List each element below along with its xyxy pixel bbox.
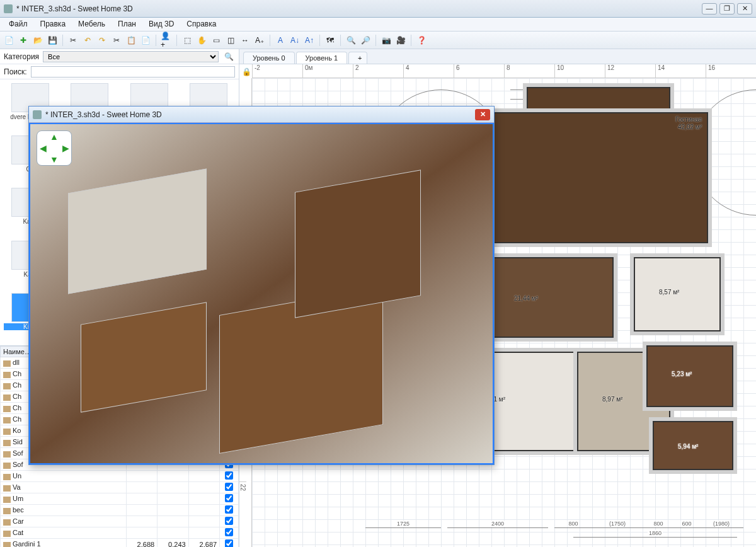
menu-furniture[interactable]: Мебель <box>72 18 112 31</box>
table-row[interactable]: Car <box>1 516 239 527</box>
menu-help[interactable]: Справка <box>180 18 222 31</box>
separator <box>319 35 320 46</box>
visibility-checkbox[interactable] <box>225 483 233 491</box>
dimension-line: (1750) <box>592 527 643 528</box>
menu-file[interactable]: Файл <box>3 18 34 31</box>
pan-icon[interactable]: ✋ <box>195 34 208 47</box>
cut2-icon[interactable]: ✂ <box>110 34 123 47</box>
window-3d-titlebar[interactable]: * INTER_3.sh3d - Sweet Home 3D ✕ <box>29 107 494 123</box>
ruler-horizontal: -20м 24 68 1012 1416 <box>252 64 756 78</box>
new-icon[interactable]: 📄 <box>3 34 15 47</box>
separator <box>62 35 63 46</box>
level-tab-1[interactable]: Уровень 1 <box>296 52 348 64</box>
table-row[interactable]: Un <box>1 471 239 482</box>
titlebar: * INTER_3.sh3d - Sweet Home 3D — ❐ ✕ <box>0 0 756 18</box>
map-icon[interactable]: 🗺 <box>324 34 336 47</box>
dimension-line: 600 <box>674 527 699 528</box>
minimize-button[interactable]: — <box>702 3 717 14</box>
separator <box>375 35 376 46</box>
lock-icon[interactable]: 🔒 <box>242 67 251 76</box>
font-down-icon[interactable]: A↓ <box>289 34 301 47</box>
close-button[interactable]: ✕ <box>737 3 752 14</box>
window-3d-close-button[interactable]: ✕ <box>475 109 490 120</box>
window-3d-view[interactable]: * INTER_3.sh3d - Sweet Home 3D ✕ ▲ ◀▶ ▼ <box>28 106 495 465</box>
room-3[interactable]: 8,57 м² <box>630 253 724 335</box>
zoom-out-icon[interactable]: 🔍 <box>345 34 357 47</box>
window-title: * INTER_3.sh3d - Sweet Home 3D <box>16 4 699 13</box>
room-icon[interactable]: ◫ <box>224 34 237 47</box>
room-7[interactable]: 5,94 м² <box>649 417 737 474</box>
save-icon[interactable]: 💾 <box>46 34 59 47</box>
table-row[interactable]: Gardini 12,6880,2432,687 <box>1 539 239 548</box>
category-label: Категория <box>4 52 39 61</box>
table-row[interactable]: Um <box>1 493 239 505</box>
dimension-line: 800 <box>643 527 674 528</box>
camera-icon[interactable]: 📷 <box>380 34 392 47</box>
open-icon[interactable]: 📂 <box>32 34 44 47</box>
visibility-checkbox[interactable] <box>225 517 233 525</box>
category-select[interactable]: Все <box>43 51 219 62</box>
copy-icon[interactable]: 📋 <box>125 34 137 47</box>
dimension-line: 1725 <box>365 527 441 528</box>
nav-down-icon[interactable]: ▼ <box>49 154 60 165</box>
nav-right-icon[interactable]: ▶ <box>60 142 71 154</box>
add-furniture-icon[interactable]: 👤+ <box>160 34 173 47</box>
separator <box>270 35 270 46</box>
level-tab-0[interactable]: Уровень 0 <box>243 52 295 64</box>
table-row[interactable]: Va <box>1 482 239 493</box>
catalog-search-row: Поиск: <box>0 64 239 79</box>
undo-icon[interactable]: ↶ <box>81 34 94 47</box>
text-icon[interactable]: A₊ <box>253 34 266 47</box>
nav-compass[interactable]: ▲ ◀▶ ▼ <box>37 130 72 166</box>
paste-icon[interactable]: 📄 <box>139 34 152 47</box>
font-up-icon[interactable]: A↑ <box>303 34 316 47</box>
dim-icon[interactable]: ↔ <box>239 34 251 47</box>
toolbar: 📄 ✚ 📂 💾 ✂ ↶ ↷ ✂ 📋 📄 👤+ ⬚ ✋ ▭ ◫ ↔ A₊ A A↓… <box>0 32 756 49</box>
add-icon[interactable]: ✚ <box>17 34 30 47</box>
wall-icon[interactable]: ▭ <box>210 34 222 47</box>
visibility-checkbox[interactable] <box>225 539 233 547</box>
visibility-checkbox[interactable] <box>225 494 233 502</box>
help-icon[interactable]: ❓ <box>415 34 428 47</box>
dimension-line: 2400 <box>447 527 548 528</box>
search-input[interactable] <box>31 66 235 78</box>
visibility-checkbox[interactable] <box>225 528 233 536</box>
visibility-checkbox[interactable] <box>225 505 233 514</box>
search-icon[interactable]: 🔍 <box>222 50 235 63</box>
dimension-line: 1860 <box>573 537 737 538</box>
menu-edit[interactable]: Правка <box>34 18 72 31</box>
menu-view3d[interactable]: Вид 3D <box>142 18 180 31</box>
separator <box>340 35 341 46</box>
nav-up-icon[interactable]: ▲ <box>49 131 60 142</box>
menu-plan[interactable]: План <box>112 18 142 31</box>
dimension-line: 800 <box>554 527 592 528</box>
floor-plan[interactable]: Гостиная 42,02 м² 21,44 м² 8,57 м² 16,01… <box>454 102 743 499</box>
level-add-button[interactable]: + <box>348 52 367 64</box>
room-living[interactable]: Гостиная 42,02 м² <box>485 108 712 247</box>
window-3d-title: * INTER_3.sh3d - Sweet Home 3D <box>45 110 475 119</box>
level-tabs: Уровень 0 Уровень 1 + <box>239 49 756 64</box>
font-bold-icon[interactable]: A <box>274 34 287 47</box>
separator <box>156 35 156 46</box>
dimension-line: (1980) <box>699 527 743 528</box>
select-icon[interactable]: ⬚ <box>181 34 193 47</box>
app-icon <box>33 110 42 119</box>
catalog-category-row: Категория Все 🔍 <box>0 49 239 64</box>
maximize-button[interactable]: ❐ <box>719 3 735 14</box>
separator <box>411 35 411 46</box>
menubar: Файл Правка Мебель План Вид 3D Справка <box>0 18 756 32</box>
video-icon[interactable]: 🎥 <box>394 34 407 47</box>
table-row[interactable]: bec <box>1 505 239 516</box>
visibility-checkbox[interactable] <box>225 471 233 480</box>
separator <box>176 35 177 46</box>
table-row[interactable]: Cat <box>1 527 239 539</box>
search-label: Поиск: <box>4 67 27 76</box>
canvas-3d-view[interactable]: ▲ ◀▶ ▼ <box>29 123 494 464</box>
redo-icon[interactable]: ↷ <box>96 34 108 47</box>
room-6[interactable]: 5,23 м² <box>643 342 737 411</box>
app-icon <box>4 4 13 13</box>
cut-icon[interactable]: ✂ <box>67 34 79 47</box>
zoom-in-icon[interactable]: 🔎 <box>359 34 372 47</box>
nav-left-icon[interactable]: ◀ <box>37 142 49 154</box>
